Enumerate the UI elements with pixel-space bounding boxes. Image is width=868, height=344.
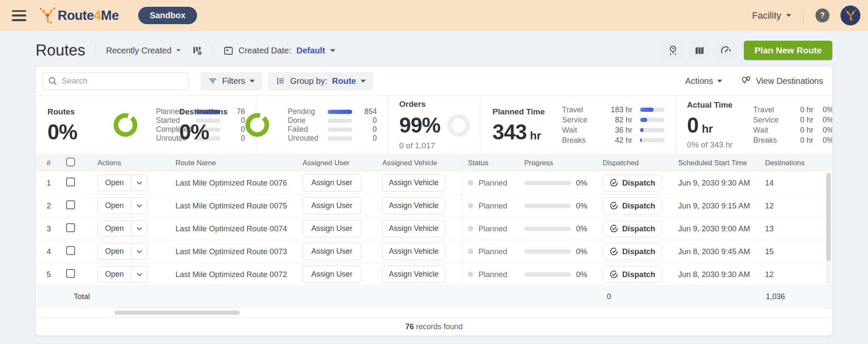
destinations-donut-chart bbox=[245, 113, 269, 137]
routes-stat-label: Routes bbox=[47, 107, 102, 117]
open-menu-toggle[interactable] bbox=[131, 244, 147, 259]
routes-card: Filters Group by: Route Actions bbox=[36, 67, 832, 336]
search-icon bbox=[48, 76, 57, 86]
top-header-bar: Route4Me Sandbox Facility ? bbox=[0, 0, 868, 31]
assign-vehicle-button[interactable]: Assign Vehicle bbox=[382, 243, 445, 260]
stat-row: Unrouted 0 bbox=[288, 134, 377, 143]
scheduled-start-time: Jun 8, 2030 9:30 AM bbox=[675, 270, 762, 279]
scheduled-start-time: Jun 8, 2030 9:45 AM bbox=[675, 247, 762, 256]
facility-dropdown[interactable]: Facility bbox=[752, 10, 791, 21]
assign-user-button[interactable]: Assign User bbox=[303, 266, 361, 283]
destinations-pins-icon bbox=[741, 76, 752, 86]
row-checkbox[interactable] bbox=[66, 223, 75, 232]
group-by-dropdown[interactable]: Group by: Route bbox=[268, 72, 373, 90]
row-index: 4 bbox=[47, 247, 66, 256]
assign-vehicle-button[interactable]: Assign Vehicle bbox=[382, 266, 445, 283]
assign-user-button[interactable]: Assign User bbox=[303, 174, 361, 191]
status-cell: Planned bbox=[462, 172, 524, 194]
open-menu-toggle[interactable] bbox=[131, 175, 147, 191]
hamburger-menu-icon[interactable] bbox=[12, 10, 26, 21]
progress-bar bbox=[524, 272, 571, 277]
open-button[interactable]: Open bbox=[98, 221, 131, 236]
user-avatar[interactable] bbox=[840, 6, 860, 25]
route-name[interactable]: Last Mile Optimized Route 0074 bbox=[167, 224, 303, 233]
help-button[interactable]: ? bbox=[815, 8, 829, 22]
route-timeline-button[interactable] bbox=[662, 41, 684, 60]
routes-percent: 0% bbox=[47, 122, 102, 143]
progress-cell: 0% bbox=[524, 270, 603, 279]
dispatch-button[interactable]: Dispatch bbox=[603, 220, 662, 237]
search-box[interactable] bbox=[42, 72, 189, 90]
assign-vehicle-button[interactable]: Assign Vehicle bbox=[382, 174, 445, 191]
mini-bar bbox=[640, 118, 665, 122]
row-checkbox[interactable] bbox=[66, 246, 75, 255]
open-menu-toggle[interactable] bbox=[131, 198, 147, 214]
route-name[interactable]: Last Mile Optimized Route 0075 bbox=[167, 201, 303, 211]
row-checkbox[interactable] bbox=[66, 200, 75, 209]
open-menu-toggle[interactable] bbox=[131, 221, 147, 236]
total-label: Total bbox=[47, 292, 167, 301]
vertical-scrollbar-thumb[interactable] bbox=[826, 173, 831, 261]
assign-user-button[interactable]: Assign User bbox=[303, 220, 361, 237]
table-header-row: # Actions Route Name Assigned User Assig… bbox=[36, 155, 832, 172]
orders-stat-label: Orders bbox=[399, 100, 470, 109]
assign-vehicle-button[interactable]: Assign Vehicle bbox=[382, 197, 445, 214]
column-header-destinations: Destinations bbox=[762, 159, 821, 167]
route-name[interactable]: Last Mile Optimized Route 0073 bbox=[167, 247, 303, 256]
stat-row: Wait 0 hr 0% bbox=[753, 125, 832, 135]
plan-new-route-button[interactable]: Plan New Route bbox=[744, 41, 832, 60]
open-button[interactable]: Open bbox=[98, 175, 131, 191]
sort-dropdown[interactable]: Recently Created bbox=[106, 46, 181, 55]
view-destinations-button[interactable]: View Destinations bbox=[741, 76, 823, 86]
created-date-filter[interactable]: Created Date: Default bbox=[223, 45, 335, 55]
dashboard-gauge-button[interactable] bbox=[715, 41, 736, 60]
filters-dropdown[interactable]: Filters bbox=[200, 72, 262, 90]
dispatch-button[interactable]: Dispatch bbox=[603, 243, 662, 260]
table-row: 1 Open Last Mile Optimized Route 0076 As… bbox=[36, 172, 832, 194]
select-all-checkbox[interactable] bbox=[66, 158, 75, 166]
total-dispatched: 0 bbox=[603, 292, 675, 301]
open-button[interactable]: Open bbox=[98, 266, 131, 282]
column-header-dispatched: Dispatched bbox=[603, 159, 675, 167]
vertical-scrollbar bbox=[826, 172, 831, 285]
open-split-button[interactable]: Open bbox=[97, 175, 147, 191]
route-name[interactable]: Last Mile Optimized Route 0072 bbox=[167, 270, 303, 279]
chevron-down-icon bbox=[717, 80, 722, 83]
group-by-value: Route bbox=[332, 76, 356, 86]
open-split-button[interactable]: Open bbox=[97, 266, 147, 283]
column-settings-icon[interactable] bbox=[192, 45, 203, 56]
column-header-route-name: Route Name bbox=[167, 159, 303, 167]
open-split-button[interactable]: Open bbox=[97, 197, 147, 214]
open-split-button[interactable]: Open bbox=[97, 220, 147, 237]
mini-bar bbox=[328, 136, 352, 141]
dispatch-button[interactable]: Dispatch bbox=[603, 266, 662, 283]
route-name[interactable]: Last Mile Optimized Route 0076 bbox=[167, 178, 303, 188]
progress-bar bbox=[524, 204, 571, 208]
table-row: 2 Open Last Mile Optimized Route 0075 As… bbox=[36, 194, 832, 217]
mini-bar bbox=[640, 138, 665, 142]
open-button[interactable]: Open bbox=[98, 198, 131, 214]
progress-percent: 0% bbox=[576, 201, 587, 211]
assign-user-button[interactable]: Assign User bbox=[303, 243, 361, 260]
open-button[interactable]: Open bbox=[98, 244, 131, 259]
stat-row: Done 0 bbox=[288, 116, 377, 125]
map-view-button[interactable] bbox=[689, 41, 710, 60]
open-split-button[interactable]: Open bbox=[97, 243, 147, 260]
group-by-icon bbox=[276, 76, 285, 86]
assign-vehicle-button[interactable]: Assign Vehicle bbox=[382, 220, 445, 237]
dispatch-button[interactable]: Dispatch bbox=[603, 175, 662, 191]
row-checkbox[interactable] bbox=[66, 178, 75, 186]
chevron-down-icon bbox=[361, 80, 366, 83]
progress-bar bbox=[524, 250, 571, 254]
status-text: Planned bbox=[479, 247, 507, 256]
dispatch-button[interactable]: Dispatch bbox=[603, 197, 662, 214]
horizontal-scrollbar-thumb[interactable] bbox=[114, 311, 240, 315]
row-index: 5 bbox=[47, 270, 66, 279]
status-text: Planned bbox=[479, 224, 507, 233]
assign-user-button[interactable]: Assign User bbox=[303, 197, 361, 214]
search-input[interactable] bbox=[61, 76, 183, 86]
row-checkbox[interactable] bbox=[66, 269, 75, 278]
open-menu-toggle[interactable] bbox=[131, 266, 147, 282]
actions-dropdown[interactable]: Actions bbox=[685, 76, 723, 86]
date-filter-value: Default bbox=[296, 46, 325, 55]
